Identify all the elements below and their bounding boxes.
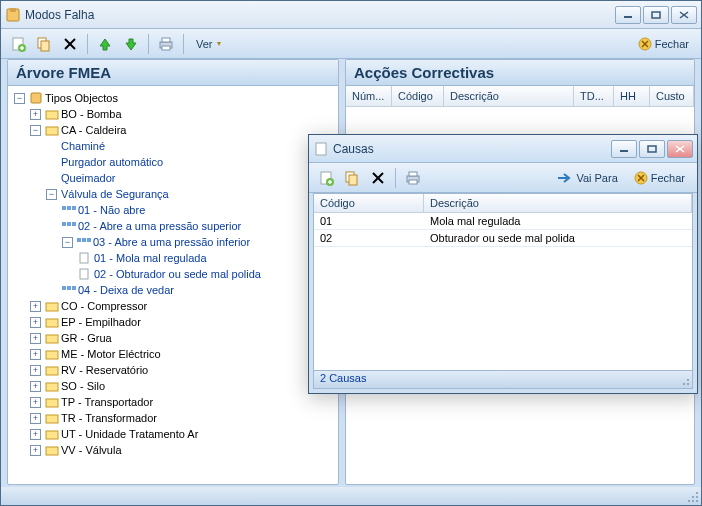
causas-minimize-button[interactable]: [611, 140, 637, 158]
close-window-button[interactable]: [671, 6, 697, 24]
grid-col-custo[interactable]: Custo: [650, 86, 694, 106]
main-toolbar: Ver▼ Fechar: [1, 29, 701, 59]
print-button[interactable]: [155, 33, 177, 55]
tree-toggle[interactable]: −: [14, 93, 25, 104]
actions-panel-title: Acções Correctivas: [346, 60, 694, 86]
tree-item-label[interactable]: UT - Unidade Tratamento Ar: [61, 426, 198, 442]
svg-point-49: [696, 496, 698, 498]
tree-item-label[interactable]: TR - Transformador: [61, 410, 157, 426]
tree-item-label[interactable]: 02 - Obturador ou sede mal polida: [94, 266, 261, 282]
causas-print-button[interactable]: [402, 167, 424, 189]
tree-toggle[interactable]: +: [30, 333, 41, 344]
tree-item-label[interactable]: BO - Bomba: [61, 106, 122, 122]
tree-toggle[interactable]: +: [30, 413, 41, 424]
tree-item-label[interactable]: 03 - Abre a uma pressão inferior: [93, 234, 250, 250]
tree-item-label[interactable]: ME - Motor Eléctrico: [61, 346, 161, 362]
main-window-title: Modos Falha: [25, 8, 615, 22]
causas-copy-button[interactable]: [341, 167, 363, 189]
tree-toggle[interactable]: +: [30, 317, 41, 328]
causas-statusbar: 2 Causas: [313, 371, 693, 389]
svg-rect-41: [46, 367, 58, 375]
tree-item-label[interactable]: SO - Silo: [61, 378, 105, 394]
tree-item-label[interactable]: TP - Transportador: [61, 394, 153, 410]
causas-toolbar: Vai Para Fechar: [309, 163, 697, 193]
arrow-right-icon: [557, 172, 573, 184]
causas-maximize-button[interactable]: [639, 140, 665, 158]
svg-rect-23: [62, 206, 66, 210]
grid-col-hh[interactable]: HH: [614, 86, 650, 106]
causas-col-descricao[interactable]: Descrição: [424, 194, 692, 212]
causas-delete-button[interactable]: [367, 167, 389, 189]
tree-toggle[interactable]: −: [62, 237, 73, 248]
tree-item-label[interactable]: EP - Empilhador: [61, 314, 141, 330]
tree-item-label[interactable]: CA - Caldeira: [61, 122, 126, 138]
svg-rect-27: [67, 222, 71, 226]
tree-item-label[interactable]: 02 - Abre a uma pressão superior: [78, 218, 241, 234]
list-row[interactable]: 01 Mola mal regulada: [314, 213, 692, 230]
grid-col-td[interactable]: TD...: [574, 86, 614, 106]
move-down-button[interactable]: [120, 33, 142, 55]
resize-grip[interactable]: [687, 491, 699, 503]
svg-rect-15: [162, 38, 170, 42]
tree-item-label[interactable]: 01 - Mola mal regulada: [94, 250, 207, 266]
tree-toggle[interactable]: +: [30, 109, 41, 120]
tree-item-label[interactable]: Válvula de Segurança: [61, 186, 169, 202]
causas-close-window-button[interactable]: [667, 140, 693, 158]
causas-toolbar-close-label: Fechar: [651, 172, 685, 184]
minimize-button[interactable]: [615, 6, 641, 24]
tree-item-label[interactable]: GR - Grua: [61, 330, 112, 346]
causas-window: Causas Vai Para Fechar Código Descrição: [308, 134, 698, 394]
tree-item-label[interactable]: Chaminé: [61, 138, 105, 154]
maximize-button[interactable]: [643, 6, 669, 24]
tree-toggle[interactable]: +: [30, 301, 41, 312]
tree-toggle[interactable]: +: [30, 429, 41, 440]
tree-item-label[interactable]: CO - Compressor: [61, 298, 147, 314]
delete-button[interactable]: [59, 33, 81, 55]
causas-col-codigo[interactable]: Código: [314, 194, 424, 212]
tree-item-label[interactable]: Purgador automático: [61, 154, 163, 170]
svg-rect-25: [72, 206, 76, 210]
tree-toggle[interactable]: −: [30, 125, 41, 136]
svg-rect-43: [46, 399, 58, 407]
causas-goto-label: Vai Para: [576, 172, 617, 184]
item-icon: [62, 204, 76, 216]
tree-item-label[interactable]: VV - Válvula: [61, 442, 122, 458]
svg-rect-39: [46, 335, 58, 343]
grid-col-codigo[interactable]: Código: [392, 86, 444, 106]
tree-root-label[interactable]: Tipos Objectos: [45, 90, 118, 106]
close-icon: [638, 37, 652, 51]
tree-toggle[interactable]: +: [30, 349, 41, 360]
svg-rect-38: [46, 319, 58, 327]
tree-item-label[interactable]: 04 - Deixa de vedar: [78, 282, 174, 298]
main-titlebar: Modos Falha: [1, 1, 701, 29]
tree-toggle[interactable]: +: [30, 365, 41, 376]
svg-point-50: [688, 500, 690, 502]
svg-rect-30: [82, 238, 86, 242]
grid-col-descricao[interactable]: Descrição: [444, 86, 574, 106]
causas-new-button[interactable]: [315, 167, 337, 189]
list-row[interactable]: 02 Obturador ou sede mal polida: [314, 230, 692, 247]
svg-rect-46: [46, 447, 58, 455]
tree-toggle[interactable]: +: [30, 397, 41, 408]
resize-grip[interactable]: [678, 374, 690, 386]
causas-status-text: 2 Causas: [320, 372, 366, 384]
copy-button[interactable]: [33, 33, 55, 55]
new-button[interactable]: [7, 33, 29, 55]
svg-rect-2: [624, 16, 632, 18]
tree-toggle[interactable]: +: [30, 381, 41, 392]
tree-toggle[interactable]: +: [30, 445, 41, 456]
fmea-tree[interactable]: −Tipos Objectos +BO - Bomba −CA - Caldei…: [12, 90, 334, 458]
causas-toolbar-close-button[interactable]: Fechar: [628, 167, 691, 189]
tree-item-label[interactable]: Queimador: [61, 170, 115, 186]
view-menu[interactable]: Ver▼: [190, 33, 228, 55]
svg-rect-40: [46, 351, 58, 359]
move-up-button[interactable]: [94, 33, 116, 55]
view-menu-label: Ver: [196, 38, 213, 50]
causas-goto-button[interactable]: Vai Para: [551, 167, 623, 189]
tree-item-label[interactable]: RV - Reservatório: [61, 362, 148, 378]
toolbar-close-button[interactable]: Fechar: [632, 33, 695, 55]
tree-item-label[interactable]: 01 - Não abre: [78, 202, 145, 218]
grid-col-num[interactable]: Núm...: [346, 86, 392, 106]
tree-toggle[interactable]: −: [46, 189, 57, 200]
svg-point-73: [683, 383, 685, 385]
